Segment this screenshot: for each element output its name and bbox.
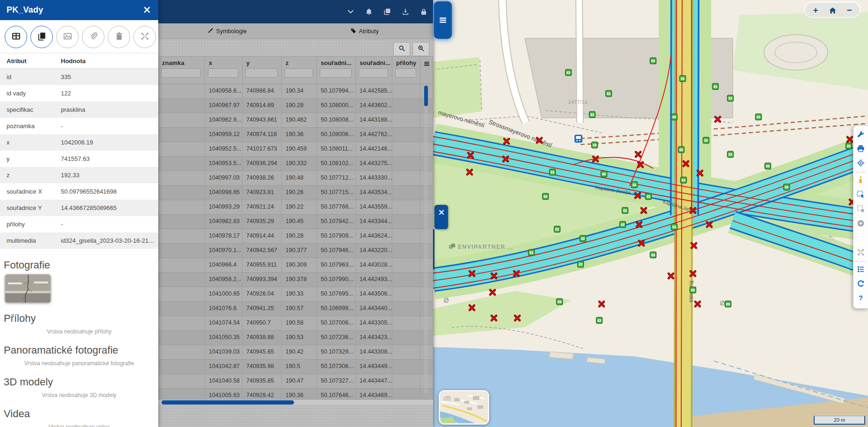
table-row[interactable]: 1040998.65740923.81190.2650.107715...14.… — [158, 186, 433, 200]
delete-button[interactable] — [108, 26, 130, 48]
column-filter-input[interactable] — [245, 68, 278, 78]
lock-button[interactable] — [420, 8, 427, 15]
home-button[interactable] — [828, 6, 837, 14]
camera-marker[interactable] — [681, 177, 687, 183]
camera-marker[interactable] — [703, 138, 709, 144]
column-filter-input[interactable] — [395, 68, 416, 78]
column-filter-input[interactable] — [161, 68, 201, 78]
camera-marker[interactable] — [620, 222, 626, 228]
camera-marker[interactable] — [566, 70, 572, 76]
column-header-4[interactable]: z — [282, 57, 317, 84]
table-row[interactable]: 1040967.97740914.69190.2850.108000...14.… — [158, 99, 433, 113]
tab-symbologie[interactable]: Symbologie — [158, 23, 296, 39]
info-button[interactable] — [853, 174, 868, 188]
column-header-6[interactable]: souřadni... — [356, 57, 392, 84]
table-row[interactable]: 1040978.17740914.44190.2850.107909...14.… — [158, 229, 433, 244]
table-row[interactable]: 1040970.1...740942.567190.37750.107946..… — [158, 244, 433, 258]
table-row[interactable]: 1041042.87740935.98190.550.107306...14.4… — [158, 360, 433, 374]
tab-atributy[interactable]: Atributy — [296, 23, 434, 39]
print-button[interactable] — [853, 142, 868, 157]
camera-marker[interactable] — [606, 91, 612, 97]
column-filter-input[interactable] — [285, 68, 313, 78]
layers-button[interactable] — [383, 8, 391, 15]
locate-button[interactable] — [853, 157, 868, 171]
camera-marker[interactable] — [690, 287, 696, 293]
table-row[interactable]: 1040958.6...740986.84190.3450.107994...1… — [158, 84, 433, 99]
table-row[interactable]: 1040953.5...740936.294190.33250.108102..… — [158, 157, 433, 171]
camera-marker[interactable] — [756, 114, 762, 120]
horizontal-scrollbar[interactable] — [158, 400, 433, 405]
wrench-button[interactable] — [853, 128, 868, 142]
table-row[interactable]: 1040993.29740921.24190.2250.107766...14.… — [158, 200, 433, 215]
table-row[interactable]: 1040962.9...740943.861190.46250.108008..… — [158, 113, 433, 128]
camera-marker[interactable] — [596, 318, 603, 324]
column-header-1[interactable]: znamka — [158, 57, 205, 84]
delete-feature-button[interactable] — [853, 232, 868, 246]
camera-marker[interactable] — [557, 299, 563, 305]
download-button[interactable] — [402, 8, 409, 15]
fullscreen-button[interactable] — [853, 246, 868, 261]
table-menu-button[interactable] — [420, 57, 433, 84]
select-features-button[interactable] — [853, 188, 868, 203]
zoom-to-selection-button[interactable] — [412, 42, 429, 56]
fullscreen-button[interactable] — [133, 26, 156, 48]
camera-marker[interactable] — [529, 250, 535, 256]
camera-marker[interactable] — [680, 76, 686, 82]
table-row[interactable]: 1041050.35740938.88190.5350.107236...14.… — [158, 331, 433, 345]
reset-view-button[interactable] — [853, 277, 868, 292]
vertical-scrollbar-thumb[interactable] — [424, 86, 428, 106]
column-header-2[interactable]: x — [205, 57, 243, 84]
sidebar-menu-button[interactable] — [434, 1, 452, 39]
clear-selection-button[interactable] — [853, 203, 868, 217]
camera-marker[interactable] — [765, 163, 771, 169]
table-row[interactable]: 1040966.4740955.911190.30950.107963...14… — [158, 258, 433, 273]
table-button[interactable] — [5, 26, 27, 48]
table-row[interactable]: 1040952.5...741017.673190.45950.108011..… — [158, 142, 433, 157]
table-row[interactable]: 1041074.54740950.7190.5850.107006...14.4… — [158, 316, 433, 331]
table-row[interactable]: 1041076.6740941.25190.5750.106999...14.4… — [158, 302, 433, 316]
chevron-down-button[interactable] — [347, 8, 354, 15]
column-header-5[interactable]: souřadni... — [317, 57, 356, 84]
camera-marker[interactable] — [578, 261, 584, 268]
column-header-3[interactable]: y — [243, 57, 282, 84]
table-row[interactable]: 1040958.2...740993.394190.37850.107990..… — [158, 273, 433, 287]
vertical-scrollbar[interactable] — [424, 84, 428, 393]
column-filter-input[interactable] — [359, 68, 388, 78]
close-panel-button[interactable] — [143, 6, 152, 14]
camera-marker[interactable] — [728, 152, 734, 158]
camera-marker[interactable] — [550, 169, 556, 175]
horizontal-scrollbar-thumb[interactable] — [162, 400, 294, 405]
camera-marker[interactable] — [622, 208, 628, 214]
add-feature-button[interactable] — [853, 217, 868, 232]
camera-marker[interactable] — [554, 226, 560, 232]
bell-button[interactable] — [365, 8, 373, 15]
camera-marker[interactable] — [543, 194, 549, 200]
camera-marker[interactable] — [632, 182, 638, 188]
attachment-button[interactable] — [82, 26, 104, 48]
legend-button[interactable] — [853, 263, 868, 277]
table-row[interactable]: 1040959.12740974.118190.3650.108006...14… — [158, 128, 433, 142]
camera-marker[interactable] — [725, 301, 731, 307]
search-button[interactable] — [393, 42, 410, 56]
overview-minimap[interactable] — [439, 390, 489, 425]
help-button[interactable]: ? — [853, 292, 868, 306]
camera-marker[interactable] — [650, 58, 656, 64]
column-filter-input[interactable] — [208, 68, 238, 78]
camera-marker[interactable] — [646, 194, 652, 200]
table-row[interactable]: 1040982.83740935.29190.4550.107842...14.… — [158, 215, 433, 229]
copy-button[interactable] — [30, 26, 53, 48]
zoom-in-button[interactable]: + — [811, 6, 820, 14]
column-filter-input[interactable] — [320, 68, 352, 78]
table-row[interactable]: 1041039.03740945.65190.4250.107329...14.… — [158, 345, 433, 360]
table-row[interactable]: 1041000.65740926.04190.3350.107695...14.… — [158, 287, 433, 302]
camera-marker[interactable] — [671, 224, 677, 230]
camera-marker[interactable] — [784, 184, 790, 190]
camera-marker[interactable] — [713, 84, 719, 90]
map-panel-close-button[interactable] — [434, 205, 448, 229]
photo-thumbnail[interactable] — [5, 274, 51, 303]
camera-marker[interactable] — [601, 171, 607, 177]
camera-marker[interactable] — [728, 95, 734, 101]
camera-marker[interactable] — [846, 143, 852, 149]
column-header-7[interactable]: přílohy — [392, 57, 420, 84]
map-canvas[interactable]: mayerovo náměstíStrossmayerovo náměstí14… — [433, 0, 868, 427]
